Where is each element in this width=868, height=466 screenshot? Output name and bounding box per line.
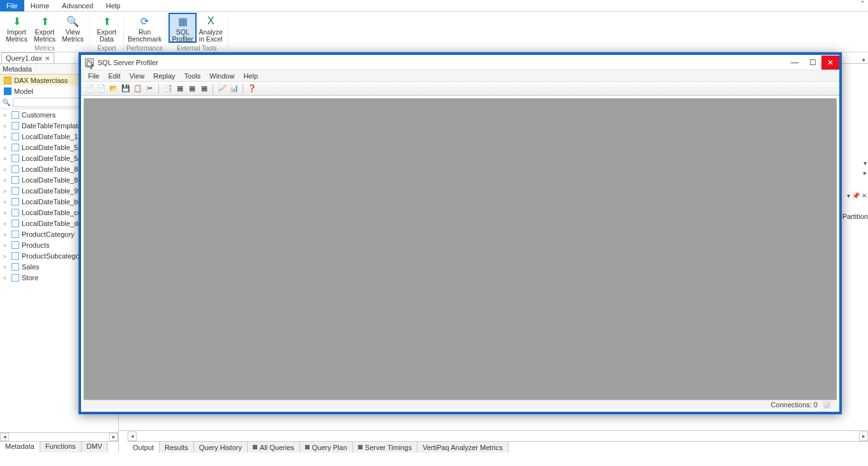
table-icon (11, 198, 19, 206)
export-data-button[interactable]: ⬆Export Data (93, 13, 121, 43)
profiler-menu-help[interactable]: Help (239, 72, 262, 80)
expand-icon[interactable]: ▹ (4, 274, 9, 281)
expand-icon[interactable]: ▹ (4, 112, 9, 118)
view-metrics-button[interactable]: 🔍View Metrics (59, 13, 87, 43)
profiler-menu-tools[interactable]: Tools (180, 72, 206, 80)
table-icon (11, 274, 19, 282)
maximize-button[interactable]: ☐ (804, 56, 821, 70)
expand-icon[interactable]: ▹ (4, 264, 9, 270)
profiler-toolbar-button[interactable]: 📑 (162, 83, 173, 94)
profiler-toolbar-button[interactable]: 📊 (228, 83, 239, 94)
output-tab-output[interactable]: Output (128, 442, 160, 453)
expand-icon[interactable]: ▹ (4, 231, 9, 237)
run-benchmark-icon: ⟳ (138, 14, 152, 28)
sql-profiler-label: SQL Profiler (172, 29, 193, 43)
expand-icon[interactable]: ▹ (4, 123, 9, 129)
expand-icon[interactable]: ▹ (4, 144, 9, 151)
doc-tab-overflow-icon[interactable]: ▾ (859, 57, 868, 63)
import-metrics-button[interactable]: ⬇Import Metrics (3, 13, 31, 43)
profiler-menu-replay[interactable]: Replay (149, 72, 179, 80)
search-icon: 🔍 (2, 98, 11, 107)
profiler-toolbar-button[interactable]: 💾 (120, 83, 131, 94)
scroll-left-icon[interactable]: ◂ (128, 432, 137, 441)
profiler-menu-view[interactable]: View (125, 72, 149, 80)
profiler-toolbar-button[interactable]: 📋 (132, 83, 143, 94)
cube-icon (4, 87, 11, 95)
metadata-tab-metadata[interactable]: Metadata (0, 442, 40, 453)
sql-profiler-button[interactable]: ▦SQL Profiler (168, 13, 197, 43)
tab-label: Query Plan (312, 444, 347, 451)
app-menu-tabs: File Home Advanced Help ˄ (0, 0, 868, 11)
profiler-toolbar-button[interactable]: ▦ (198, 83, 209, 94)
output-tab-results[interactable]: Results (160, 442, 194, 453)
scroll-right-icon[interactable]: ▸ (859, 432, 868, 441)
stop-icon (358, 445, 363, 449)
tab-file[interactable]: File (0, 0, 24, 11)
table-icon (11, 263, 19, 271)
table-icon (11, 230, 19, 238)
pane-toggle-icon[interactable]: ▾ (864, 160, 867, 167)
expand-icon[interactable]: ▹ (4, 177, 9, 183)
model-label: Model (14, 87, 33, 95)
partition-header: Partition (842, 213, 868, 220)
sql-profiler-window: SQL Server Profiler — ☐ ✕ FileEditViewRe… (79, 52, 842, 414)
profiler-toolbar-button[interactable]: ▦ (174, 83, 185, 94)
close-icon[interactable]: ✕ (45, 55, 50, 62)
output-tab-query-plan[interactable]: Query Plan (300, 442, 353, 453)
ribbon-collapse-icon[interactable]: ˄ (857, 0, 868, 11)
profiler-menu-window[interactable]: Window (205, 72, 239, 80)
profiler-menu-edit[interactable]: Edit (104, 72, 125, 80)
expand-icon[interactable]: ▹ (4, 199, 9, 205)
close-button[interactable]: ✕ (821, 56, 839, 70)
table-label: Products (22, 241, 49, 249)
output-tab-all-queries[interactable]: All Queries (248, 442, 300, 453)
output-tab-server-timings[interactable]: Server Timings (353, 442, 417, 453)
profiler-toolbar-button[interactable]: 📄 (84, 83, 94, 94)
view-metrics-label: View Metrics (62, 29, 84, 43)
expand-icon[interactable]: ▹ (4, 253, 9, 259)
metadata-hscroll[interactable]: ◂ ▸ (0, 432, 118, 441)
profiler-statusbar: Connections: 0 (84, 400, 837, 409)
profiler-toolbar-button[interactable]: ▦ (186, 83, 197, 94)
ribbon-group-label: Export (98, 45, 116, 52)
scroll-right-icon[interactable]: ▸ (109, 433, 118, 441)
scroll-left-icon[interactable]: ◂ (0, 433, 9, 441)
import-metrics-icon: ⬇ (10, 14, 24, 28)
table-icon (11, 187, 19, 195)
expand-icon[interactable]: ▹ (4, 220, 9, 227)
output-tab-vertipaq-analyzer-metrics[interactable]: VertiPaq Analyzer Metrics (417, 442, 508, 453)
run-benchmark-button[interactable]: ⟳Run Benchmark (131, 13, 159, 43)
profiler-titlebar[interactable]: SQL Server Profiler — ☐ ✕ (81, 55, 839, 70)
export-metrics-button[interactable]: ⬆Export Metrics (31, 13, 59, 43)
profiler-toolbar-button[interactable]: 📈 (216, 83, 227, 94)
profiler-toolbar-button[interactable]: ✂ (144, 83, 155, 94)
analyze-in-excel-icon: X (204, 14, 218, 28)
pane-pin-icon[interactable]: ▾ 📌 ✕ (847, 192, 867, 199)
analyze-in-excel-button[interactable]: XAnalyze in Excel (197, 13, 225, 43)
tab-home[interactable]: Home (24, 0, 56, 11)
tab-advanced[interactable]: Advanced (56, 0, 100, 11)
profiler-toolbar-button[interactable]: ❓ (246, 83, 257, 94)
editor-hscroll[interactable]: ◂ ▸ (119, 430, 868, 441)
doc-tab-query1[interactable]: Query1.dax ✕ (1, 52, 54, 63)
minimize-button[interactable]: — (786, 56, 804, 70)
profiler-toolbar-button[interactable]: 📄 (96, 83, 107, 94)
expand-icon[interactable]: ▹ (4, 188, 9, 194)
profiler-toolbar-button[interactable]: 📂 (108, 83, 119, 94)
output-tab-query-history[interactable]: Query History (194, 442, 248, 453)
expand-icon[interactable]: ▹ (4, 166, 9, 172)
pane-expand-icon[interactable]: ▸ (864, 169, 867, 176)
database-label: DAX Masterclass (14, 77, 68, 84)
export-metrics-icon: ⬆ (38, 14, 52, 28)
expand-icon[interactable]: ▹ (4, 242, 9, 248)
expand-icon[interactable]: ▹ (4, 133, 9, 140)
profiler-menu-file[interactable]: File (84, 72, 104, 80)
resize-grip-icon[interactable] (823, 401, 830, 409)
tab-help[interactable]: Help (100, 0, 127, 11)
table-label: ProductCategory (22, 230, 75, 238)
expand-icon[interactable]: ▹ (4, 155, 9, 162)
metadata-tab-functions[interactable]: Functions (40, 442, 82, 453)
metadata-tab-dmv[interactable]: DMV (82, 442, 108, 453)
table-icon (11, 133, 19, 140)
expand-icon[interactable]: ▹ (4, 209, 9, 216)
